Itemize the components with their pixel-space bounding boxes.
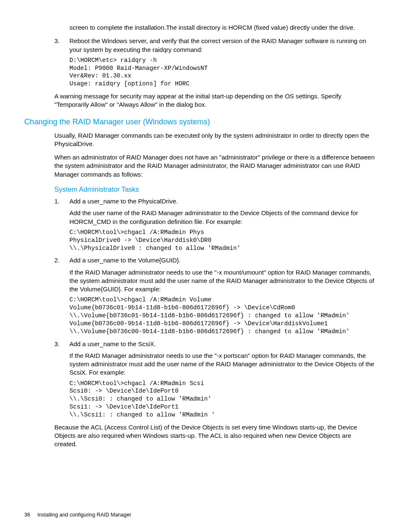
task-number: 2. bbox=[54, 256, 60, 265]
page-number: 36 bbox=[24, 512, 30, 518]
item-number: 3. bbox=[54, 37, 60, 45]
list-item-reboot: 3. Reboot the Windows server, and verify… bbox=[54, 37, 375, 88]
code-block-phys: C:\HORCM\tool\>chgacl /A:RMadmin Phys Ph… bbox=[69, 229, 375, 252]
task-desc: If the RAID Manager administrator needs … bbox=[69, 268, 375, 294]
task-title: Add a user_name to the ScsiX. bbox=[69, 340, 156, 347]
top-list-block: 3. Reboot the Windows server, and verify… bbox=[54, 37, 375, 109]
task-desc: If the RAID Manager administrator needs … bbox=[69, 352, 375, 377]
continuation-block: screen to complete the installation.The … bbox=[69, 23, 375, 32]
sub-heading-sysadmin-tasks: System Administrator Tasks bbox=[54, 185, 375, 194]
tasks-list: 1. Add a user_name to the PhysicalDrive.… bbox=[54, 197, 375, 419]
task-number: 3. bbox=[54, 340, 60, 348]
closing-para: Because the ACL (Access Control List) of… bbox=[54, 423, 375, 449]
task-desc: Add the user name of the RAID Manager ad… bbox=[69, 209, 375, 226]
code-block-volume: C:\HORCM\tool\>chgacl /A:RMadmin Volume … bbox=[69, 296, 375, 335]
task-item-physicaldrive: 1. Add a user_name to the PhysicalDrive.… bbox=[54, 197, 375, 252]
task-title: Add a user_name to the Volume{GUID}. bbox=[69, 257, 181, 264]
continuation-para: screen to complete the installation.The … bbox=[69, 23, 375, 32]
item-text: Reboot the Windows server, and verify th… bbox=[69, 37, 366, 53]
section-para-2: When an administrator of RAID Manager do… bbox=[54, 153, 375, 179]
task-number: 1. bbox=[54, 197, 60, 206]
page-footer: 36 Installing and configuring RAID Manag… bbox=[24, 511, 131, 519]
task-item-volume-guid: 2. Add a user_name to the Volume{GUID}. … bbox=[54, 256, 375, 335]
code-block-scsi: C:\HORCM\tool\>chgacl /A:RMadmin Scsi Sc… bbox=[69, 380, 375, 419]
warning-para: A warning message for security may appea… bbox=[54, 92, 375, 109]
task-item-scsix: 3. Add a user_name to the ScsiX. If the … bbox=[54, 340, 375, 419]
task-title: Add a user_name to the PhysicalDrive. bbox=[69, 198, 178, 205]
page-content: screen to complete the installation.The … bbox=[0, 0, 399, 449]
top-ordered-list: 3. Reboot the Windows server, and verify… bbox=[54, 37, 375, 88]
section-para-1: Usually, RAID Manager commands can be ex… bbox=[54, 131, 375, 149]
section-heading-changing-user: Changing the RAID Manager user (Windows … bbox=[24, 117, 375, 127]
section-body: Usually, RAID Manager commands can be ex… bbox=[54, 131, 375, 449]
code-block-raidqry: D:\HORCM\etc> raidqry -h Model: P9000 Ra… bbox=[69, 57, 375, 88]
chapter-title: Installing and configuring RAID Manager bbox=[37, 512, 131, 518]
